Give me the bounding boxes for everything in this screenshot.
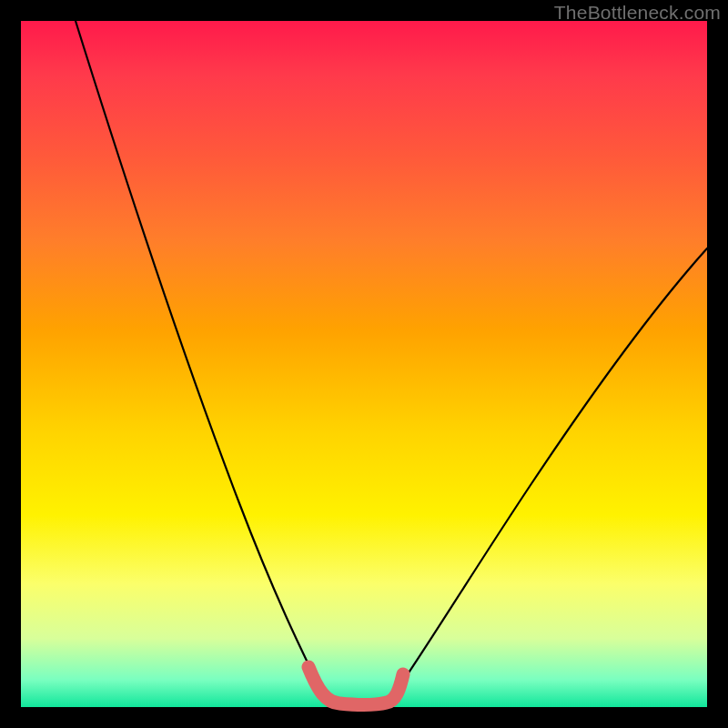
chart-svg — [21, 21, 707, 707]
curve-right — [394, 248, 707, 694]
plot-area — [21, 21, 707, 707]
curve-left — [76, 21, 323, 694]
bottom-bridge — [308, 667, 403, 704]
chart-frame: TheBottleneck.com — [0, 0, 728, 728]
